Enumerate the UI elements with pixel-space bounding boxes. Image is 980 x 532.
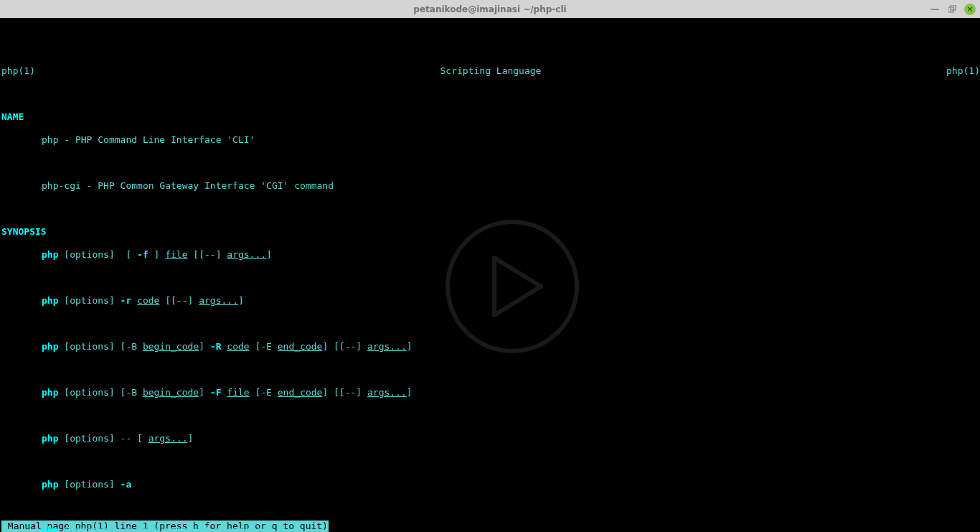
titlebar: petanikode@imajinasi ~/php-cli — × — [0, 0, 980, 18]
synopsis-line-7: php [options] -S addr:port [-t docroot] — [1, 525, 980, 532]
man-header-left: php(1) — [1, 65, 35, 77]
synopsis-line-1: php [options] [ -f ] file [[--] args...] — [1, 249, 980, 261]
name-line-1: php - PHP Command Line Interface 'CLI' — [1, 134, 980, 146]
man-header-right: php(1) — [946, 65, 980, 77]
section-name: NAME — [1, 111, 980, 123]
synopsis-line-3: php [options] [-B begin_code] -R code [-… — [1, 341, 980, 353]
close-button[interactable]: × — [964, 4, 976, 15]
synopsis-line-5: php [options] -- [ args...] — [1, 433, 980, 444]
maximize-button[interactable] — [947, 4, 957, 14]
window-controls: — × — [930, 4, 976, 15]
section-synopsis: SYNOPSIS — [1, 226, 980, 238]
synopsis-line-6: php [options] -a — [1, 479, 980, 490]
man-header-center: Scripting Language — [440, 65, 542, 77]
name-line-2: php-cgi - PHP Common Gateway Interface '… — [1, 180, 980, 192]
window-title: petanikode@imajinasi ~/php-cli — [413, 4, 566, 15]
man-header: php(1)Scripting Languagephp(1) — [1, 65, 980, 77]
minimize-button[interactable]: — — [930, 4, 940, 14]
synopsis-line-2: php [options] -r code [[--] args...] — [1, 295, 980, 307]
synopsis-line-4: php [options] [-B begin_code] -F file [-… — [1, 387, 980, 398]
terminal-area[interactable]: php(1)Scripting Languagephp(1) NAME php … — [0, 18, 980, 532]
